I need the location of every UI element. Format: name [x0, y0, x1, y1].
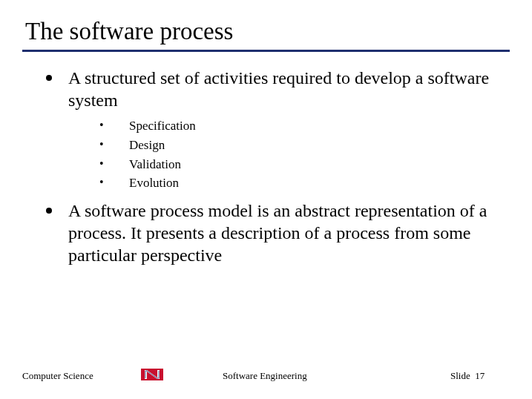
slide-footer: Computer Science Software Engineering Sl… — [22, 366, 510, 386]
slide: The software process A structured set of… — [0, 0, 532, 399]
sub-bullet-text: Specification — [129, 117, 196, 135]
bullet-text: A software process model is an abstract … — [68, 200, 505, 266]
slide-title: The software process — [22, 18, 510, 45]
sub-bullet-icon: • — [99, 156, 129, 172]
sub-bullet-item: • Validation — [99, 156, 505, 174]
bullet-icon — [46, 208, 52, 214]
footer-right: Slide 17 — [450, 370, 510, 382]
sub-bullet-item: • Design — [99, 136, 505, 154]
bullet-icon — [46, 75, 52, 81]
sub-bullet-icon: • — [99, 117, 129, 133]
sub-bullet-list: • Specification • Design • Validation • … — [46, 117, 505, 192]
footer-slide-label: Slide — [450, 370, 470, 381]
footer-slide-number: 17 — [475, 370, 485, 381]
sub-bullet-item: • Specification — [99, 117, 505, 135]
sub-bullet-icon: • — [99, 174, 129, 191]
slide-content: A structured set of activities required … — [22, 67, 510, 266]
bullet-text: A structured set of activities required … — [68, 67, 505, 111]
bullet-item: A structured set of activities required … — [46, 67, 505, 111]
sub-bullet-text: Design — [129, 136, 165, 154]
sub-bullet-icon: • — [99, 136, 129, 153]
logo-n-icon — [141, 366, 163, 386]
footer-logo — [141, 366, 215, 386]
bullet-item: A software process model is an abstract … — [46, 200, 505, 266]
sub-bullet-text: Evolution — [129, 174, 179, 192]
sub-bullet-item: • Evolution — [99, 174, 505, 192]
title-underline — [22, 50, 510, 52]
footer-left: Computer Science — [22, 370, 141, 382]
sub-bullet-text: Validation — [129, 156, 181, 174]
footer-center: Software Engineering — [215, 370, 450, 382]
